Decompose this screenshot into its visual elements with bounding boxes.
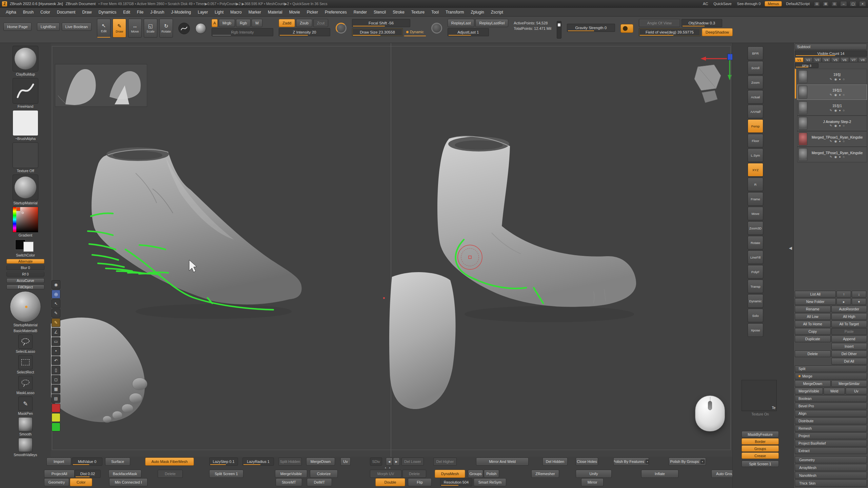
menu-item[interactable]: Picker [304,9,321,16]
bottom-button[interactable]: ◀ [386,458,393,466]
subtool-button[interactable]: Delete [795,350,831,357]
select-lasso-tool[interactable]: SelectLasso [16,334,35,353]
subtool-button[interactable]: Align [795,410,867,417]
rgb-button[interactable]: Rgb [236,19,251,27]
zadd-button[interactable]: Zadd [279,19,295,27]
cursor-icon[interactable]: ↖ [52,299,60,308]
bottom-button[interactable]: MergeDown [306,458,335,466]
home-page-button[interactable]: Home Page [3,23,32,31]
Merged_TPose1_Ryan_Kingslie[interactable]: Merged_TPose1_Ryan_Kingslie ✎ ◉ ● ○ [797,147,867,162]
subtool-button[interactable]: All To Home [795,321,831,327]
visibility-eye-icon[interactable]: ◉ [834,109,837,112]
actual-button[interactable]: Actual [748,90,763,104]
minimize-button[interactable]: – [840,1,847,6]
section-arraymesh[interactable]: ArrayMesh [795,464,867,471]
rotate-nav-button[interactable]: Rotate [748,236,763,249]
rgb-intensity-slider[interactable]: Rgb Intensity [212,28,273,36]
uv-icon[interactable]: ○ [843,156,845,159]
replay-dial[interactable] [431,23,442,34]
scale-mode-button[interactable]: ◱ Scale [144,19,157,38]
xyz-toggle[interactable]: XYZ [748,163,763,177]
bottom-button[interactable]: Smart ReSym [474,478,506,486]
bottom-button[interactable]: Polish By Features● [613,458,649,466]
bottom-button[interactable]: Del Lower [401,458,424,466]
alternate-button[interactable]: Alternate [6,259,44,264]
polyframe-toggle[interactable]: PolyF [748,265,763,279]
section-thickskin[interactable]: Thick Skin [795,480,867,487]
menu-item[interactable]: Document [54,9,79,16]
move-mode-button[interactable]: ↔ Move [128,19,142,38]
paint-icon[interactable]: ✎ [830,124,832,127]
bottom-button[interactable]: Del Higher [433,458,457,466]
dynamic-toggle-chip[interactable]: Dynamic [404,28,426,36]
layout-icon[interactable]: ▤ [814,1,820,6]
polypaint-icon[interactable]: ● [839,124,841,127]
rf-slider[interactable]: Rf 0 [6,272,44,277]
bottom-button[interactable]: MidValue 0 [72,458,102,466]
bottom-button[interactable]: Resolution 504 [440,478,472,486]
bottom-button[interactable]: Delete [158,470,183,478]
smooth-brush[interactable]: Smooth [18,417,33,436]
version-tab[interactable]: V4 [822,57,831,62]
see-through-slider[interactable]: See-through 0 [736,2,762,6]
memory-icon[interactable]: ▥ [831,1,837,6]
record-button[interactable]: R [748,178,763,191]
polypaint-icon[interactable]: ● [839,156,841,159]
bottom-button[interactable]: DynaMesh [435,470,465,478]
eye-icon[interactable]: ◎ [52,290,60,299]
stroke-curve-dial[interactable] [336,23,347,34]
dynamic-toggle[interactable]: Dynamic [748,294,763,308]
scroll-button[interactable]: Scroll [748,61,763,75]
focal-shift-slider[interactable]: Focal Shift -56 [352,19,410,27]
green-swatch[interactable] [52,423,60,431]
switch-color[interactable]: SwitchColor [15,239,36,257]
bottom-button[interactable]: Morph UV [370,470,401,478]
red-swatch[interactable] [52,404,60,412]
19정[interactable]: 19정 ✎ ◉ ● ○ [797,69,867,84]
subtool-header[interactable]: Subtool [795,44,867,50]
version-tab[interactable]: V5 [831,57,840,62]
menu-item[interactable]: Preferences [322,9,350,16]
polypaint-icon[interactable]: ● [839,94,841,97]
current-material[interactable]: StartupMaterial [10,291,41,327]
paint-icon[interactable]: ✎ [830,109,832,112]
subtool-button[interactable]: Bevel Pro [795,403,867,409]
accucurve-button[interactable]: AccuCurve [6,278,44,283]
section-nanomesh[interactable]: NanoMesh [795,472,867,479]
menu-item[interactable]: Light [212,9,226,16]
paint-icon[interactable]: ✎ [830,78,832,81]
subtool-button[interactable]: Rename [795,306,831,312]
bottom-button[interactable]: Unify [576,470,612,478]
visibility-eye-icon[interactable]: ◉ [834,140,837,143]
clipboard-icon[interactable]: ▤ [52,394,60,403]
subtool-button[interactable]: Project BasRelief [795,440,867,447]
color-picker-area[interactable] [13,207,38,232]
draw-size-slider[interactable]: Draw Size 23.30558 [352,28,403,36]
menu-item[interactable]: Tool [428,9,442,16]
visibility-eye-icon[interactable]: ◉ [834,156,837,159]
pencil-active-icon[interactable]: ✎ [52,318,60,327]
subtool-button[interactable]: ↑ [836,291,851,298]
bottom-button[interactable]: Auto Mask FiberMesh [145,458,194,466]
version-tab[interactable]: V2 [804,57,813,62]
visibility-eye-icon[interactable]: ◉ [834,94,837,97]
subtool-button[interactable]: New Folder [795,298,836,305]
canvas[interactable]: ◉◎↖✎✎∠▭•↶▯◻▦▤ [51,43,732,457]
primary-color-swatch[interactable] [23,242,34,252]
bottom-button[interactable]: Min Connected I [109,478,147,486]
zoom3d-button[interactable]: Zoom3D [748,221,763,235]
uv-icon[interactable]: ○ [843,94,845,97]
deep-shadow-button[interactable]: DeepShadow [702,28,733,36]
version-tab[interactable]: V7 [849,57,858,62]
bottom-button[interactable]: Import [46,458,71,466]
toggle-dot-icon[interactable]: ● [646,460,649,464]
version-tab[interactable]: V6 [840,57,849,62]
spix-slider[interactable]: SPix 3 [795,63,818,68]
aahalf-button[interactable]: AAHalf [748,105,763,118]
bottom-button[interactable]: Surface [105,458,130,466]
zcut-button[interactable]: Zcut [313,19,328,27]
switch-color-swatches[interactable] [15,239,36,252]
polypaint-icon[interactable]: ● [839,78,841,81]
adjust-last-slider[interactable]: AdjustLast 1 [448,28,489,36]
obj-shadow-slider[interactable]: ObjShadow 0.3 [682,19,722,27]
